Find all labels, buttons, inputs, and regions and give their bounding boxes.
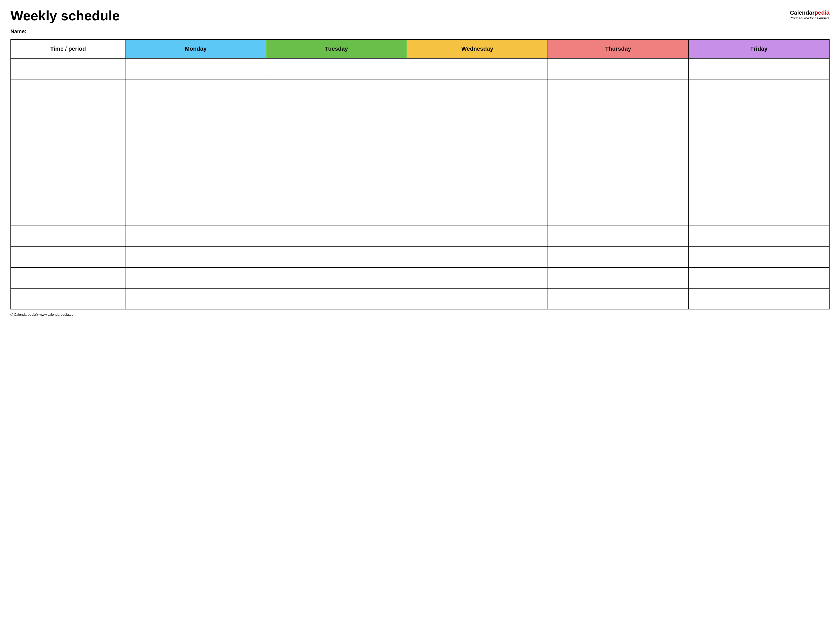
table-cell[interactable] [125, 142, 266, 163]
logo: Calendarpedia Your source for calendars [790, 9, 829, 20]
table-cell[interactable] [266, 79, 407, 100]
table-cell[interactable] [266, 58, 407, 79]
table-cell[interactable] [548, 100, 689, 121]
table-cell[interactable] [688, 142, 829, 163]
table-cell[interactable] [266, 163, 407, 184]
table-cell[interactable] [688, 58, 829, 79]
col-header-monday: Monday [125, 39, 266, 58]
table-cell[interactable] [407, 163, 548, 184]
table-cell[interactable] [407, 226, 548, 246]
table-cell[interactable] [407, 267, 548, 288]
table-cell[interactable] [125, 163, 266, 184]
logo-text: Calendarpedia [790, 9, 829, 16]
logo-subtitle: Your source for calendars [790, 16, 829, 20]
table-row [11, 121, 829, 142]
table-cell[interactable] [11, 100, 125, 121]
table-cell[interactable] [266, 100, 407, 121]
col-header-tuesday: Tuesday [266, 39, 407, 58]
table-cell[interactable] [548, 226, 689, 246]
table-cell[interactable] [407, 121, 548, 142]
table-row [11, 58, 829, 79]
table-cell[interactable] [11, 205, 125, 226]
table-cell[interactable] [11, 79, 125, 100]
table-cell[interactable] [266, 267, 407, 288]
logo-brand: Calendar [790, 9, 815, 16]
table-cell[interactable] [688, 267, 829, 288]
table-row [11, 142, 829, 163]
name-label: Name: [11, 28, 829, 35]
table-cell[interactable] [125, 79, 266, 100]
table-row [11, 288, 829, 309]
table-cell[interactable] [266, 288, 407, 309]
table-row [11, 100, 829, 121]
table-cell[interactable] [548, 142, 689, 163]
table-cell[interactable] [125, 100, 266, 121]
table-cell[interactable] [11, 163, 125, 184]
table-row [11, 205, 829, 226]
table-row [11, 184, 829, 205]
page-header: Weekly schedule Calendarpedia Your sourc… [11, 8, 829, 23]
table-header-row: Time / period Monday Tuesday Wednesday T… [11, 39, 829, 58]
table-cell[interactable] [125, 267, 266, 288]
table-cell[interactable] [548, 246, 689, 267]
table-cell[interactable] [11, 246, 125, 267]
table-cell[interactable] [407, 184, 548, 205]
table-cell[interactable] [125, 288, 266, 309]
logo-pedia: pedia [815, 9, 829, 16]
table-row [11, 163, 829, 184]
table-cell[interactable] [11, 142, 125, 163]
table-cell[interactable] [125, 246, 266, 267]
table-cell[interactable] [548, 205, 689, 226]
col-header-thursday: Thursday [548, 39, 689, 58]
table-cell[interactable] [548, 288, 689, 309]
table-cell[interactable] [11, 121, 125, 142]
table-cell[interactable] [548, 184, 689, 205]
table-cell[interactable] [688, 226, 829, 246]
table-cell[interactable] [266, 121, 407, 142]
table-cell[interactable] [407, 205, 548, 226]
col-header-friday: Friday [688, 39, 829, 58]
table-cell[interactable] [548, 121, 689, 142]
col-header-time: Time / period [11, 39, 125, 58]
table-cell[interactable] [266, 142, 407, 163]
table-cell[interactable] [688, 288, 829, 309]
table-cell[interactable] [125, 205, 266, 226]
table-cell[interactable] [125, 121, 266, 142]
table-row [11, 79, 829, 100]
table-cell[interactable] [11, 267, 125, 288]
table-cell[interactable] [125, 58, 266, 79]
table-cell[interactable] [266, 226, 407, 246]
table-cell[interactable] [688, 205, 829, 226]
table-cell[interactable] [407, 100, 548, 121]
table-cell[interactable] [548, 267, 689, 288]
table-cell[interactable] [688, 246, 829, 267]
table-cell[interactable] [266, 246, 407, 267]
table-cell[interactable] [407, 142, 548, 163]
table-cell[interactable] [407, 288, 548, 309]
table-cell[interactable] [688, 163, 829, 184]
table-cell[interactable] [548, 79, 689, 100]
table-row [11, 226, 829, 246]
table-cell[interactable] [407, 79, 548, 100]
table-cell[interactable] [407, 246, 548, 267]
table-cell[interactable] [688, 79, 829, 100]
table-row [11, 246, 829, 267]
table-cell[interactable] [548, 163, 689, 184]
table-cell[interactable] [125, 184, 266, 205]
table-cell[interactable] [688, 100, 829, 121]
table-row [11, 267, 829, 288]
table-cell[interactable] [688, 121, 829, 142]
table-cell[interactable] [548, 58, 689, 79]
col-header-wednesday: Wednesday [407, 39, 548, 58]
table-cell[interactable] [11, 184, 125, 205]
table-cell[interactable] [266, 205, 407, 226]
schedule-table: Time / period Monday Tuesday Wednesday T… [11, 39, 829, 309]
table-cell[interactable] [11, 288, 125, 309]
page-title: Weekly schedule [11, 8, 120, 23]
table-cell[interactable] [266, 184, 407, 205]
table-cell[interactable] [688, 184, 829, 205]
table-cell[interactable] [407, 58, 548, 79]
table-cell[interactable] [11, 58, 125, 79]
table-cell[interactable] [125, 226, 266, 246]
table-cell[interactable] [11, 226, 125, 246]
